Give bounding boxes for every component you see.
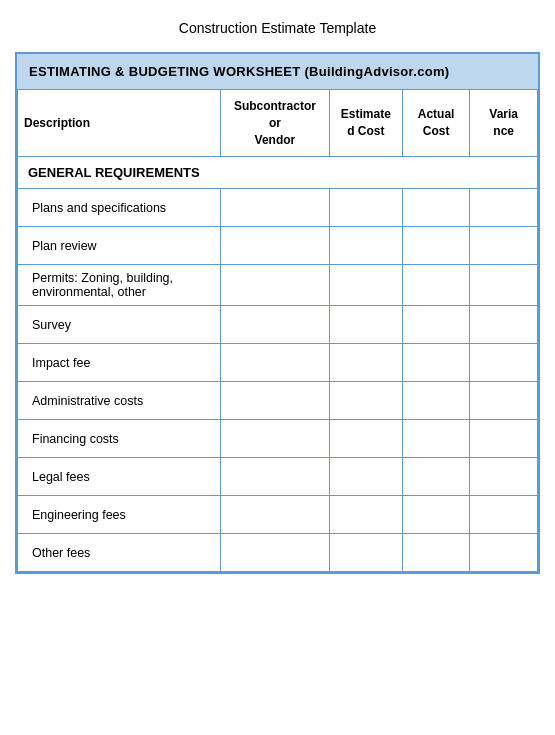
row-actual bbox=[402, 458, 470, 496]
table-header-row: Description Subcontractor orVendor Estim… bbox=[18, 90, 538, 157]
table-row: Legal fees bbox=[18, 458, 538, 496]
row-description: Financing costs bbox=[18, 420, 221, 458]
table-row: Permits: Zoning, building,environmental,… bbox=[18, 265, 538, 306]
worksheet-title: ESTIMATING & BUDGETING WORKSHEET bbox=[29, 64, 301, 79]
col-header-actual: ActualCost bbox=[402, 90, 470, 157]
row-estimated bbox=[329, 496, 402, 534]
table-row: Plans and specifications bbox=[18, 189, 538, 227]
col-header-variance: Variance bbox=[470, 90, 538, 157]
row-estimated bbox=[329, 534, 402, 572]
table-row: Survey bbox=[18, 306, 538, 344]
row-subcontractor bbox=[220, 534, 329, 572]
row-variance bbox=[470, 458, 538, 496]
section-header-general: GENERAL REQUIREMENTS bbox=[18, 157, 538, 189]
row-estimated bbox=[329, 458, 402, 496]
row-subcontractor bbox=[220, 344, 329, 382]
row-variance bbox=[470, 420, 538, 458]
row-variance bbox=[470, 227, 538, 265]
row-variance bbox=[470, 344, 538, 382]
row-actual bbox=[402, 265, 470, 306]
row-description: Legal fees bbox=[18, 458, 221, 496]
row-variance bbox=[470, 534, 538, 572]
worksheet-source: (BuildingAdvisor.com) bbox=[304, 64, 449, 79]
row-actual bbox=[402, 382, 470, 420]
row-estimated bbox=[329, 344, 402, 382]
row-subcontractor bbox=[220, 382, 329, 420]
row-variance bbox=[470, 306, 538, 344]
row-estimated bbox=[329, 227, 402, 265]
worksheet-container: ESTIMATING & BUDGETING WORKSHEET (Buildi… bbox=[15, 52, 540, 574]
row-subcontractor bbox=[220, 227, 329, 265]
row-actual bbox=[402, 344, 470, 382]
worksheet-table: Description Subcontractor orVendor Estim… bbox=[17, 89, 538, 572]
row-subcontractor bbox=[220, 458, 329, 496]
table-row: Financing costs bbox=[18, 420, 538, 458]
row-actual bbox=[402, 534, 470, 572]
row-variance bbox=[470, 382, 538, 420]
page-title: Construction Estimate Template bbox=[179, 20, 376, 36]
row-variance bbox=[470, 189, 538, 227]
col-header-estimated: Estimated Cost bbox=[329, 90, 402, 157]
row-subcontractor bbox=[220, 265, 329, 306]
row-variance bbox=[470, 265, 538, 306]
row-estimated bbox=[329, 306, 402, 344]
row-estimated bbox=[329, 420, 402, 458]
row-actual bbox=[402, 496, 470, 534]
row-description: Other fees bbox=[18, 534, 221, 572]
row-estimated bbox=[329, 265, 402, 306]
row-description: Impact fee bbox=[18, 344, 221, 382]
table-row: Engineering fees bbox=[18, 496, 538, 534]
row-description: Survey bbox=[18, 306, 221, 344]
row-actual bbox=[402, 420, 470, 458]
row-subcontractor bbox=[220, 420, 329, 458]
col-header-subcontractor: Subcontractor orVendor bbox=[220, 90, 329, 157]
row-actual bbox=[402, 306, 470, 344]
row-estimated bbox=[329, 189, 402, 227]
row-description: Permits: Zoning, building,environmental,… bbox=[18, 265, 221, 306]
row-estimated bbox=[329, 382, 402, 420]
worksheet-header: ESTIMATING & BUDGETING WORKSHEET (Buildi… bbox=[17, 54, 538, 89]
row-actual bbox=[402, 227, 470, 265]
table-row: Administrative costs bbox=[18, 382, 538, 420]
table-row: Impact fee bbox=[18, 344, 538, 382]
table-row: Plan review bbox=[18, 227, 538, 265]
col-header-description: Description bbox=[18, 90, 221, 157]
section-label-general: GENERAL REQUIREMENTS bbox=[18, 157, 538, 189]
row-description: Engineering fees bbox=[18, 496, 221, 534]
row-description: Administrative costs bbox=[18, 382, 221, 420]
row-subcontractor bbox=[220, 306, 329, 344]
row-variance bbox=[470, 496, 538, 534]
row-actual bbox=[402, 189, 470, 227]
table-row: Other fees bbox=[18, 534, 538, 572]
row-description: Plans and specifications bbox=[18, 189, 221, 227]
row-subcontractor bbox=[220, 189, 329, 227]
row-description: Plan review bbox=[18, 227, 221, 265]
row-subcontractor bbox=[220, 496, 329, 534]
